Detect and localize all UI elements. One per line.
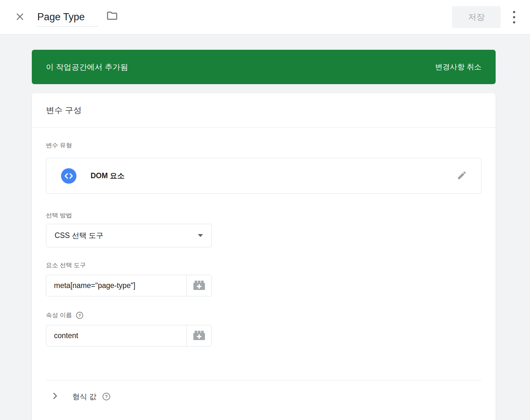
- chevron-right-icon: [50, 391, 59, 402]
- card-body: 변수 유형 DOM 요소: [32, 127, 496, 420]
- chevron-down-icon: [198, 234, 203, 237]
- svg-text:?: ?: [105, 394, 108, 399]
- variable-type-value: DOM 요소: [91, 171, 125, 181]
- card-header: 변수 구성: [32, 93, 496, 127]
- gtm-variable-editor: 저장 이 작업공간에서 추가됨 변경사항 취소 변수 구성 변수 유형: [0, 0, 530, 420]
- variable-brick-icon: [192, 279, 206, 292]
- more-vert-icon: [513, 11, 515, 23]
- close-button[interactable]: [12, 9, 28, 25]
- discard-changes-button[interactable]: 변경사항 취소: [435, 59, 481, 75]
- element-selector-group: [46, 275, 212, 296]
- svg-text:?: ?: [78, 313, 81, 318]
- folder-icon: [106, 10, 118, 23]
- format-value-expander[interactable]: 형식 값 ?: [46, 381, 481, 413]
- folder-button[interactable]: [104, 8, 120, 25]
- edit-variable-type-button[interactable]: [454, 168, 470, 184]
- more-menu-button[interactable]: [511, 9, 517, 25]
- format-value-label: 형식 값: [72, 392, 96, 402]
- code-icon: [61, 168, 76, 184]
- selection-method-value: CSS 선택 도구: [55, 231, 103, 241]
- variable-picker-button[interactable]: [186, 275, 211, 296]
- content-column: 이 작업공간에서 추가됨 변경사항 취소 변수 구성 변수 유형: [32, 50, 496, 420]
- variable-title-wrap: [37, 8, 120, 27]
- save-button[interactable]: 저장: [452, 6, 501, 28]
- attribute-name-label: 속성 이름: [46, 311, 72, 319]
- variable-picker-button[interactable]: [186, 325, 211, 346]
- close-icon: [14, 11, 26, 23]
- element-selector-label: 요소 선택 도구: [46, 247, 481, 269]
- attribute-name-label-row: 속성 이름 ?: [46, 296, 481, 319]
- attribute-name-input[interactable]: [46, 325, 186, 346]
- selection-method-label: 선택 방법: [46, 194, 481, 220]
- banner-message: 이 작업공간에서 추가됨: [46, 62, 128, 72]
- selection-method-dropdown[interactable]: CSS 선택 도구: [46, 224, 212, 247]
- element-selector-input[interactable]: [46, 275, 186, 296]
- pencil-icon: [457, 170, 467, 181]
- help-icon[interactable]: ?: [102, 392, 110, 401]
- variable-brick-icon: [192, 329, 206, 342]
- card-title: 변수 구성: [46, 105, 82, 116]
- top-bar: 저장: [0, 0, 530, 34]
- workspace-banner: 이 작업공간에서 추가됨 변경사항 취소: [32, 50, 496, 84]
- variable-name-input[interactable]: [37, 10, 98, 27]
- variable-type-selector[interactable]: DOM 요소: [46, 158, 481, 194]
- help-icon[interactable]: ?: [76, 311, 84, 319]
- variable-type-label: 변수 유형: [46, 127, 481, 150]
- attribute-name-group: [46, 325, 212, 346]
- variable-config-card: 변수 구성 변수 유형 DOM 요소: [32, 93, 496, 420]
